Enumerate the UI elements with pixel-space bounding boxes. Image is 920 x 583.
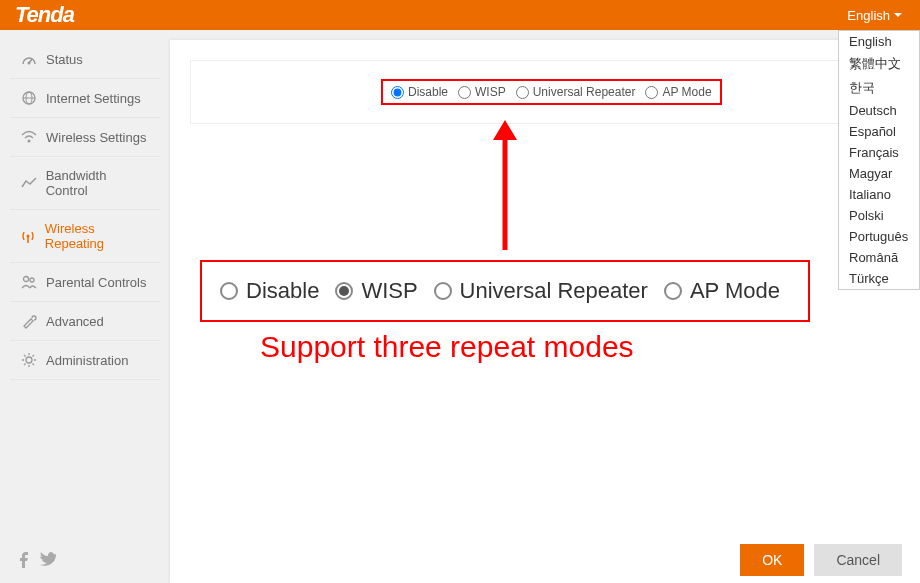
sidebar-item-label: Wireless Repeating	[45, 221, 150, 251]
lang-item[interactable]: Polski	[839, 205, 919, 226]
language-selector[interactable]: English	[839, 4, 910, 27]
people-icon	[20, 274, 38, 290]
wifi-icon	[20, 129, 38, 145]
lang-item[interactable]: 繁體中文	[839, 52, 919, 76]
social-links	[18, 552, 56, 568]
caption-annotation: Support three repeat modes	[260, 330, 634, 364]
zoom-annotation: Disable WISP Universal Repeater AP Mode	[200, 260, 810, 322]
radio-icon	[434, 282, 452, 300]
sidebar-item-parental[interactable]: Parental Controls	[10, 263, 160, 302]
zoom-disable: Disable	[220, 278, 319, 304]
language-dropdown: English 繁體中文 한국 Deutsch Español Français…	[838, 30, 920, 290]
sidebar-item-internet[interactable]: Internet Settings	[10, 79, 160, 118]
lang-item[interactable]: Deutsch	[839, 100, 919, 121]
radio-label: AP Mode	[662, 85, 711, 99]
lang-item[interactable]: Română	[839, 247, 919, 268]
zoom-wisp: WISP	[335, 278, 417, 304]
radio-disable[interactable]: Disable	[391, 85, 448, 99]
svg-point-8	[24, 277, 29, 282]
sidebar-item-advanced[interactable]: Advanced	[10, 302, 160, 341]
dashboard-icon	[20, 51, 38, 67]
radio-input[interactable]	[391, 86, 404, 99]
zoom-label: Disable	[246, 278, 319, 304]
svg-marker-12	[493, 120, 517, 140]
tools-icon	[20, 313, 38, 329]
sidebar-item-bandwidth[interactable]: Bandwidth Control	[10, 157, 160, 210]
arrow-annotation-icon	[485, 120, 525, 260]
ok-button[interactable]: OK	[740, 544, 804, 576]
globe-icon	[20, 90, 38, 106]
zoom-label: AP Mode	[690, 278, 780, 304]
radio-input[interactable]	[516, 86, 529, 99]
svg-point-9	[30, 278, 34, 282]
zoom-label: Universal Repeater	[460, 278, 648, 304]
caret-down-icon	[894, 13, 902, 17]
sidebar-item-admin[interactable]: Administration	[10, 341, 160, 380]
lang-item[interactable]: Magyar	[839, 163, 919, 184]
footer: OK Cancel	[0, 537, 920, 583]
sidebar-item-label: Internet Settings	[46, 91, 141, 106]
brand-logo: Tenda	[15, 2, 74, 28]
svg-point-10	[26, 357, 32, 363]
action-buttons: OK Cancel	[740, 544, 902, 576]
radio-ap[interactable]: AP Mode	[645, 85, 711, 99]
radio-input[interactable]	[645, 86, 658, 99]
sidebar-item-label: Wireless Settings	[46, 130, 146, 145]
lang-item[interactable]: Türkçe	[839, 268, 919, 289]
sidebar-item-status[interactable]: Status	[10, 40, 160, 79]
radio-icon	[220, 282, 238, 300]
lang-item[interactable]: Français	[839, 142, 919, 163]
chart-icon	[20, 175, 38, 191]
sidebar-item-label: Parental Controls	[46, 275, 146, 290]
sidebar-item-label: Administration	[46, 353, 128, 368]
zoom-universal: Universal Repeater	[434, 278, 648, 304]
svg-line-1	[29, 59, 32, 63]
lang-item[interactable]: 한국	[839, 76, 919, 100]
sidebar-item-label: Advanced	[46, 314, 104, 329]
cancel-button[interactable]: Cancel	[814, 544, 902, 576]
facebook-icon[interactable]	[18, 552, 30, 568]
sidebar-item-label: Bandwidth Control	[46, 168, 150, 198]
lang-item[interactable]: Español	[839, 121, 919, 142]
twitter-icon[interactable]	[40, 552, 56, 568]
zoom-label: WISP	[361, 278, 417, 304]
radio-label: WISP	[475, 85, 506, 99]
lang-item[interactable]: Italiano	[839, 184, 919, 205]
header: Tenda English English 繁體中文 한국 Deutsch Es…	[0, 0, 920, 30]
svg-point-5	[28, 140, 31, 143]
antenna-icon	[20, 228, 37, 244]
zoom-ap: AP Mode	[664, 278, 780, 304]
radio-wisp[interactable]: WISP	[458, 85, 506, 99]
mode-radio-group: Disable WISP Universal Repeater AP Mode	[381, 79, 722, 105]
gear-icon	[20, 352, 38, 368]
sidebar: Status Internet Settings Wireless Settin…	[10, 40, 160, 583]
sidebar-item-wireless[interactable]: Wireless Settings	[10, 118, 160, 157]
language-label: English	[847, 8, 890, 23]
lang-item[interactable]: English	[839, 31, 919, 52]
radio-label: Universal Repeater	[533, 85, 636, 99]
radio-icon	[664, 282, 682, 300]
radio-input[interactable]	[458, 86, 471, 99]
radio-label: Disable	[408, 85, 448, 99]
radio-universal[interactable]: Universal Repeater	[516, 85, 636, 99]
radio-checked-icon	[335, 282, 353, 300]
sidebar-item-label: Status	[46, 52, 83, 67]
sidebar-item-repeating[interactable]: Wireless Repeating	[10, 210, 160, 263]
mode-panel: Disable WISP Universal Repeater AP Mode	[190, 60, 900, 124]
lang-item[interactable]: Português	[839, 226, 919, 247]
